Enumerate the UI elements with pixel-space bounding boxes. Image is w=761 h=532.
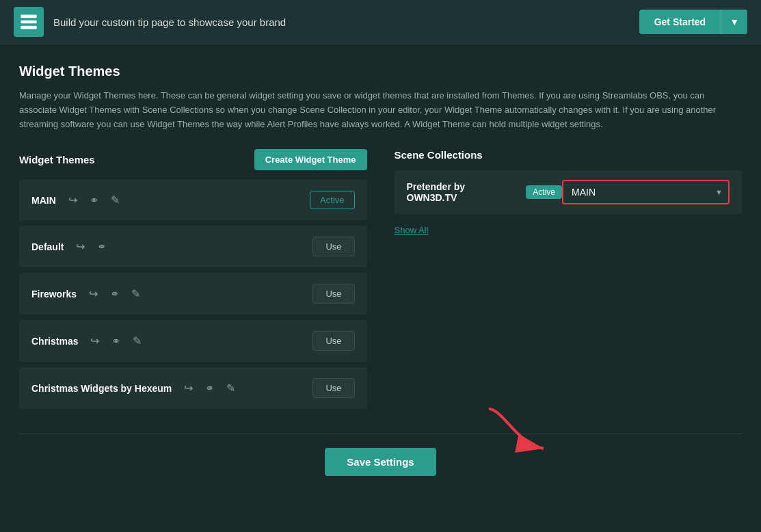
divider xyxy=(19,434,742,434)
theme-fireworks-edit-icon[interactable]: ✎ xyxy=(129,287,143,301)
svg-rect-2 xyxy=(21,26,36,29)
theme-fireworks-use-button[interactable]: Use xyxy=(312,284,354,304)
scene-collections-header: Scene Collections xyxy=(395,149,743,161)
header-title: Build your custom tip page to showcase y… xyxy=(53,16,286,28)
theme-christmas-link-icon[interactable]: ⚭ xyxy=(109,334,123,348)
scene-theme-dropdown[interactable]: MAIN Default Fireworks Christmas Christm… xyxy=(562,180,730,204)
widget-themes-header: Widget Themes Create Widget Theme xyxy=(19,149,367,170)
theme-christmas-hexeum-icons: ↪ ⚭ ✎ xyxy=(181,382,238,395)
main-content: Widget Themes Manage your Widget Themes … xyxy=(0,44,761,496)
theme-main-edit-icon[interactable]: ✎ xyxy=(108,194,122,207)
theme-fireworks-link-icon[interactable]: ⚭ xyxy=(107,287,122,301)
scene-item-pretender: Pretender by OWN3D.TV Active MAIN Defaul… xyxy=(395,170,743,214)
theme-item-christmas-hexeum: Christmas Widgets by Hexeum ↪ ⚭ ✎ Use xyxy=(19,367,367,409)
theme-main-share-icon[interactable]: ↪ xyxy=(66,194,80,207)
scene-item-pretender-left: Pretender by OWN3D.TV Active xyxy=(407,181,563,203)
show-all-link[interactable]: Show All xyxy=(395,225,743,235)
scene-active-badge: Active xyxy=(526,185,562,199)
theme-name-main: MAIN xyxy=(31,195,56,206)
scene-collections-column: Scene Collections Pretender by OWN3D.TV … xyxy=(395,149,743,235)
theme-item-main-left: MAIN ↪ ⚭ ✎ xyxy=(31,194,122,207)
theme-default-use-button[interactable]: Use xyxy=(312,237,354,256)
theme-fireworks-icons: ↪ ⚭ ✎ xyxy=(86,287,143,301)
scene-name-pretender: Pretender by OWN3D.TV xyxy=(407,181,517,203)
theme-main-link-icon[interactable]: ⚭ xyxy=(87,194,101,207)
page-description: Manage your Widget Themes here. These ca… xyxy=(19,89,742,131)
scene-collections-title: Scene Collections xyxy=(395,149,483,161)
theme-name-christmas: Christmas xyxy=(31,336,78,347)
widget-themes-title: Widget Themes xyxy=(19,154,95,165)
get-started-button[interactable]: Get Started xyxy=(639,10,721,34)
theme-default-share-icon[interactable]: ↪ xyxy=(73,240,88,254)
theme-christmas-share-icon[interactable]: ↪ xyxy=(88,334,102,348)
page-title: Widget Themes xyxy=(19,64,742,79)
header-left: Build your custom tip page to showcase y… xyxy=(14,7,286,37)
theme-main-active-badge: Active xyxy=(310,191,354,209)
theme-main-icons: ↪ ⚭ ✎ xyxy=(66,194,122,207)
columns-layout: Widget Themes Create Widget Theme MAIN ↪… xyxy=(19,149,742,414)
theme-christmas-hexeum-share-icon[interactable]: ↪ xyxy=(181,382,196,395)
theme-christmas-hexeum-link-icon[interactable]: ⚭ xyxy=(202,382,217,395)
theme-item-christmas-left: Christmas ↪ ⚭ ✎ xyxy=(31,334,144,348)
theme-fireworks-share-icon[interactable]: ↪ xyxy=(86,287,101,301)
header-right: Get Started ▼ xyxy=(639,10,747,34)
theme-christmas-hexeum-edit-icon[interactable]: ✎ xyxy=(224,382,238,395)
theme-item-main: MAIN ↪ ⚭ ✎ Active xyxy=(19,180,367,220)
create-widget-theme-button[interactable]: Create Widget Theme xyxy=(254,149,367,170)
header-icon xyxy=(14,7,44,37)
theme-item-christmas-hexeum-left: Christmas Widgets by Hexeum ↪ ⚭ ✎ xyxy=(31,382,238,395)
theme-item-christmas: Christmas ↪ ⚭ ✎ Use xyxy=(19,320,367,362)
theme-item-fireworks: Fireworks ↪ ⚭ ✎ Use xyxy=(19,273,367,315)
save-settings-button[interactable]: Save Settings xyxy=(325,448,436,476)
theme-name-default: Default xyxy=(31,241,64,252)
svg-rect-1 xyxy=(21,21,36,24)
theme-item-default-left: Default ↪ ⚭ xyxy=(31,240,109,254)
theme-christmas-use-button[interactable]: Use xyxy=(312,331,354,351)
svg-rect-0 xyxy=(21,15,36,18)
get-started-chevron-button[interactable]: ▼ xyxy=(721,10,747,34)
theme-item-fireworks-left: Fireworks ↪ ⚭ ✎ xyxy=(31,287,143,301)
theme-christmas-hexeum-use-button[interactable]: Use xyxy=(312,378,354,398)
theme-default-icons: ↪ ⚭ xyxy=(73,240,109,254)
theme-name-fireworks: Fireworks xyxy=(31,289,77,300)
theme-christmas-edit-icon[interactable]: ✎ xyxy=(130,334,144,348)
widget-themes-column: Widget Themes Create Widget Theme MAIN ↪… xyxy=(19,149,367,414)
scene-dropdown-wrapper: MAIN Default Fireworks Christmas Christm… xyxy=(562,180,730,204)
save-container: Save Settings xyxy=(19,448,742,483)
theme-default-link-icon[interactable]: ⚭ xyxy=(94,240,109,254)
theme-christmas-icons: ↪ ⚭ ✎ xyxy=(88,334,144,348)
header-bar: Build your custom tip page to showcase y… xyxy=(0,0,761,44)
theme-name-christmas-hexeum: Christmas Widgets by Hexeum xyxy=(31,383,172,394)
theme-item-default: Default ↪ ⚭ Use xyxy=(19,226,367,267)
